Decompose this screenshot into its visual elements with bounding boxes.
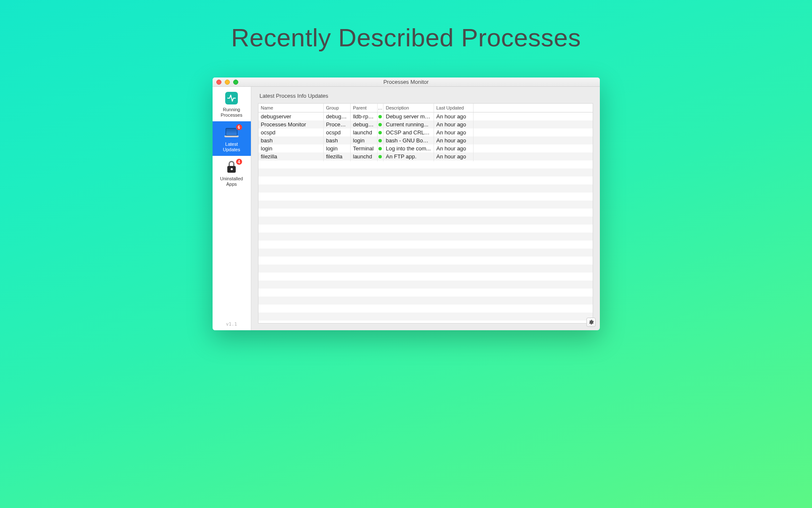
table-header: Name Group Parent … Description Last Upd… (258, 104, 593, 112)
col-status[interactable]: … (378, 104, 383, 112)
sidebar-item-latest-updates[interactable]: 6 Latest Updates (213, 121, 251, 156)
sidebar: Running Processes 6 Latest Updates 4 (213, 87, 251, 330)
sidebar-item-label: Latest Updates (214, 142, 249, 152)
close-icon[interactable] (216, 80, 221, 85)
table-row-empty (258, 217, 593, 225)
table-row-empty (258, 281, 593, 289)
table-row-empty (258, 297, 593, 305)
minimize-icon[interactable] (225, 80, 230, 85)
cell-parent: launchd (351, 152, 378, 161)
col-last-updated[interactable]: Last Updated (434, 104, 474, 112)
titlebar: Processes Monitor (213, 78, 600, 87)
cell-ext (474, 147, 593, 150)
col-description[interactable]: Description (383, 104, 434, 112)
sidebar-item-label: Running Processes (214, 107, 249, 118)
cell-ext (474, 123, 593, 126)
status-dot-icon (378, 155, 382, 158)
col-name[interactable]: Name (258, 104, 324, 112)
cell-last-updated: An hour ago (434, 152, 474, 161)
hero-title: Recently Described Processes (231, 23, 581, 52)
app-window: Processes Monitor Running Processes 6 (213, 78, 600, 330)
col-group[interactable]: Group (324, 104, 351, 112)
status-dot-icon (378, 139, 382, 142)
col-extra (474, 104, 593, 112)
status-dot-icon (378, 131, 382, 134)
lock-icon (226, 162, 237, 173)
cell-ext (474, 155, 593, 158)
table-row-empty (258, 265, 593, 273)
status-dot-icon (378, 115, 382, 118)
cell-ext (474, 131, 593, 134)
traffic-lights (213, 80, 238, 85)
cell-ext (474, 139, 593, 142)
table-row[interactable]: filezillafilezillalaunchdAn FTP app.An h… (258, 152, 593, 160)
col-parent[interactable]: Parent (351, 104, 378, 112)
table-row-empty (258, 225, 593, 233)
table-row-empty (258, 168, 593, 176)
table-row-empty (258, 273, 593, 281)
cell-name: filezilla (258, 152, 324, 161)
cell-group: filezilla (324, 152, 351, 161)
table-row-empty (258, 201, 593, 209)
process-table: Name Group Parent … Description Last Upd… (258, 103, 593, 324)
version-label: v1.1 (213, 318, 251, 330)
sidebar-item-label: Uninstalled Apps (214, 176, 249, 187)
main-pane: Latest Process Info Updates Name Group P… (251, 87, 600, 330)
table-row-empty (258, 241, 593, 249)
status-dot-icon (378, 123, 382, 126)
maximize-icon[interactable] (233, 80, 238, 85)
table-row-empty (258, 257, 593, 265)
table-row-empty (258, 313, 593, 321)
table-row-empty (258, 176, 593, 184)
window-title: Processes Monitor (213, 79, 600, 85)
table-row-empty (258, 160, 593, 168)
table-row-empty (258, 193, 593, 201)
cell-description: An FTP app. (383, 152, 434, 161)
cell-status (378, 152, 383, 161)
sidebar-item-running-processes[interactable]: Running Processes (213, 87, 251, 121)
sidebar-item-uninstalled-apps[interactable]: 4 Uninstalled Apps (213, 156, 251, 190)
gear-icon (588, 319, 594, 325)
status-dot-icon (378, 147, 382, 150)
activity-icon (225, 92, 238, 104)
table-row-empty (258, 249, 593, 257)
cell-ext (474, 115, 593, 118)
table-row-empty (258, 305, 593, 313)
table-row-empty (258, 184, 593, 193)
table-row-empty (258, 209, 593, 217)
settings-button[interactable] (586, 318, 596, 327)
table-body: debugserverdebugs...lldb-rpc...Debug ser… (258, 112, 593, 323)
badge: 4 (236, 158, 242, 165)
badge: 6 (236, 124, 242, 131)
window-body: Running Processes 6 Latest Updates 4 (213, 87, 600, 330)
table-row-empty (258, 233, 593, 241)
section-title: Latest Process Info Updates (251, 87, 600, 103)
table-row-empty (258, 289, 593, 297)
